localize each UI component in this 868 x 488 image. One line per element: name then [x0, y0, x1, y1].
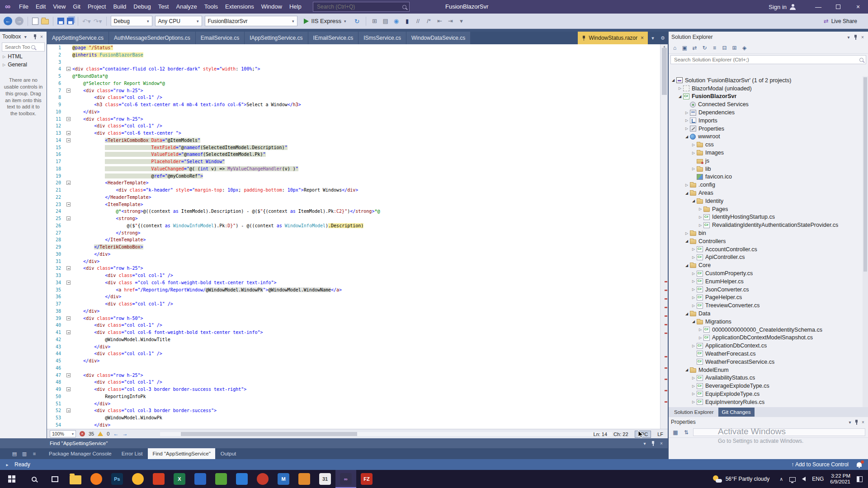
toolbox-group-html[interactable]: ▷HTML — [0, 52, 47, 61]
expander-icon[interactable]: ◢ — [670, 78, 676, 82]
previous-result-icon[interactable]: ← — [113, 431, 118, 437]
clock[interactable]: 3:22 PM 6/9/2021 — [830, 473, 850, 485]
expander-icon[interactable]: ▷ — [698, 215, 703, 219]
tree-item[interactable]: ▷ApplicationDbContextModelSnapshot.cs — [669, 334, 863, 342]
fold-toggle-icon[interactable] — [66, 373, 71, 377]
network-icon[interactable] — [789, 477, 796, 482]
quick-search-box[interactable] — [313, 2, 410, 12]
toolbar-overflow-icon[interactable]: ▾ — [457, 18, 466, 24]
expander-icon[interactable]: ◢ — [684, 368, 689, 372]
undo-icon[interactable]: ↶▾ — [82, 18, 91, 25]
window-options-icon[interactable]: ⚙ — [658, 32, 668, 44]
close-icon[interactable]: × — [659, 441, 664, 446]
expander-icon[interactable]: ▷ — [684, 127, 689, 131]
expander-icon[interactable]: ▷ — [691, 151, 696, 155]
tree-item[interactable]: ▷lib — [669, 165, 863, 173]
bottom-tab-0[interactable]: Package Manager Console — [44, 448, 116, 459]
solution-search-box[interactable] — [670, 55, 866, 64]
start-debugging-button[interactable]: IIS Express ▾ — [300, 16, 350, 27]
menu-test[interactable]: Test — [155, 0, 173, 14]
menu-view[interactable]: View — [49, 0, 69, 14]
comment-icon[interactable]: // — [414, 18, 423, 24]
taskbar-app-photoshop[interactable]: Ps — [107, 470, 127, 488]
switch-views-icon[interactable]: ▣ — [680, 45, 689, 51]
tree-item[interactable]: Connected Services — [669, 100, 863, 108]
menu-build[interactable]: Build — [109, 0, 130, 14]
fold-toggle-icon[interactable] — [66, 330, 71, 334]
close-icon[interactable]: × — [860, 420, 866, 425]
language-indicator[interactable]: ENG — [812, 476, 824, 482]
tab-iappsettingservice-cs[interactable]: IAppSettingService.cs — [245, 32, 307, 44]
tree-item[interactable]: ▷ApplicationDbContext.cs — [669, 342, 863, 350]
taskbar-app-notepad-plus-plus[interactable] — [211, 470, 231, 488]
taskbar-app-photos[interactable] — [231, 470, 252, 488]
toolbox-group-general[interactable]: ▷General — [0, 61, 47, 69]
save-icon[interactable] — [57, 18, 64, 24]
scrollbar-thumb[interactable] — [863, 77, 867, 272]
tree-item[interactable]: ◢Areas — [669, 189, 863, 197]
error-count[interactable]: 35 — [89, 431, 94, 436]
open-file-icon[interactable] — [41, 19, 49, 24]
expander-icon[interactable]: ▷ — [691, 304, 696, 308]
menu-window[interactable]: Window — [258, 0, 286, 14]
tree-item[interactable]: ▷bin — [669, 229, 863, 237]
menu-analyze[interactable]: Analyze — [172, 0, 200, 14]
panel-icon[interactable]: ▥ — [22, 451, 27, 457]
tree-item[interactable]: ▷Pages — [669, 205, 863, 213]
tree-item[interactable]: js — [669, 157, 863, 165]
fold-toggle-icon[interactable] — [66, 281, 71, 285]
expander-icon[interactable]: ▷ — [691, 287, 696, 291]
fold-toggle-icon[interactable] — [66, 131, 71, 135]
taskbar-app-media-player[interactable] — [252, 470, 273, 488]
expander-icon[interactable]: ▷ — [691, 296, 696, 300]
volume-icon[interactable] — [802, 477, 806, 481]
tree-item[interactable]: ◢ModelEnum — [669, 366, 863, 374]
new-item-icon[interactable]: ⊞ — [370, 18, 379, 24]
notifications-bell-icon[interactable] — [857, 462, 862, 467]
scrollbar-thumb[interactable] — [181, 432, 357, 436]
task-view-button[interactable] — [44, 470, 65, 488]
maximize-button[interactable] — [828, 0, 848, 14]
solution-configuration-dropdown[interactable]: Debug▾ — [111, 16, 152, 26]
command-window-icon[interactable]: ▤ — [381, 18, 390, 24]
start-button[interactable] — [0, 470, 24, 488]
taskbar-app-visual-studio[interactable]: ∞ — [335, 470, 356, 488]
navigate-back-icon[interactable]: ← — [4, 17, 12, 25]
show-hidden-icons-chevron[interactable]: ∧ — [779, 476, 783, 482]
taskbar-app-remote-desktop[interactable] — [294, 470, 315, 488]
tree-item[interactable]: favicon.ico — [669, 173, 863, 181]
tree-vertical-scrollbar[interactable] — [863, 76, 868, 407]
expander-icon[interactable]: ▷ — [698, 207, 703, 211]
tab-appsettingservice-cs[interactable]: AppSettingService.cs — [47, 32, 108, 44]
tree-item[interactable]: ▷TreeviewConverter.cs — [669, 301, 863, 310]
expander-icon[interactable]: ◢ — [691, 199, 696, 203]
taskbar-app-calendar[interactable]: 31 — [315, 470, 335, 488]
menu-debug[interactable]: Debug — [130, 0, 154, 14]
pin-icon[interactable] — [582, 36, 586, 41]
menu-git[interactable]: Git — [69, 0, 84, 14]
tree-item[interactable]: ◢Core — [669, 261, 863, 269]
zoom-dropdown[interactable]: 100% ▾ — [50, 430, 76, 437]
code-editor[interactable]: 1@page "/Status"2@inherits FusionBlazorB… — [47, 44, 660, 429]
tab-windowstatus-razor[interactable]: WindowStatus.razor × — [578, 32, 648, 44]
right-tab-git-changes[interactable]: Git Changes — [718, 408, 755, 417]
refresh-icon[interactable]: ↻ — [700, 45, 709, 51]
tab-windowdatasevice-cs[interactable]: WindowDataSevice.cs — [406, 32, 470, 44]
tree-item[interactable]: ◢Identity — [669, 197, 863, 205]
tree-item[interactable]: ▷AccountController.cs — [669, 245, 863, 253]
tree-item[interactable]: ▷IdentityHostingStartup.cs — [669, 213, 863, 221]
toolbox-search-input[interactable] — [4, 44, 31, 50]
expander-icon[interactable]: ▷ — [691, 376, 696, 380]
live-share-button[interactable]: ⇄ Live Share — [824, 14, 857, 28]
tab-ismsservice-cs[interactable]: ISmsService.cs — [359, 32, 406, 44]
tab-iemailservice-cs[interactable]: IEmailService.cs — [308, 32, 359, 44]
warning-count-icon[interactable] — [98, 432, 103, 436]
tree-item[interactable]: ▷ApiController.cs — [669, 253, 863, 262]
next-result-icon[interactable]: → — [122, 431, 127, 437]
expander-icon[interactable]: ▷ — [684, 111, 689, 115]
save-all-icon[interactable] — [67, 18, 74, 24]
expander-icon[interactable]: ▷ — [691, 392, 696, 396]
pin-icon[interactable] — [854, 420, 859, 425]
chevron-down-icon[interactable]: ▾ — [23, 34, 28, 39]
fold-toggle-icon[interactable] — [66, 387, 71, 391]
